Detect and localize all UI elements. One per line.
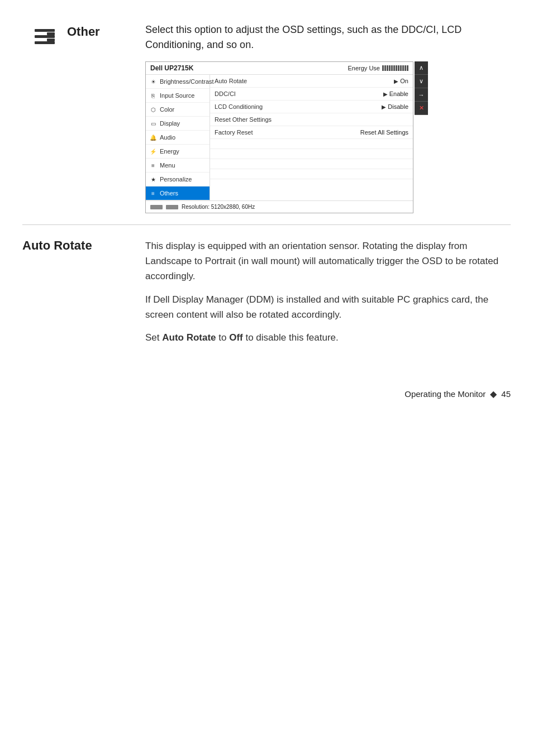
auto-rotate-content: This display is equipped with an orienta… [145, 238, 511, 353]
svg-rect-0 [35, 29, 55, 32]
bold-auto-rotate: Auto Rotate [162, 332, 216, 343]
other-content: Select this option to adjust the OSD set… [145, 22, 511, 213]
menu-personalize-label: Personalize [160, 176, 192, 183]
row-label-factory: Factory Reset [215, 129, 360, 136]
row-value-ddcci: ▶ Enable [383, 90, 408, 97]
row-value-factory: Reset All Settings [360, 129, 408, 136]
display-icon: ▭ [149, 119, 157, 127]
menu-input-label: Input Source [160, 92, 194, 99]
menu-brightness-label: Brightness/Contrast [160, 78, 214, 85]
osd-sidebar: ☀ Brightness/Contrast ⎘ Input Source ⬡ C… [146, 75, 210, 200]
btn-bar-1 [150, 205, 163, 209]
btn-bar-2 [166, 205, 178, 209]
arrow-icon-3: ▶ [382, 104, 386, 110]
osd-main: Auto Rotate ▶ On DDC/CI ▶ Enable [210, 75, 413, 200]
osd-row-empty4 [210, 169, 413, 179]
color-icon: ⬡ [149, 106, 157, 113]
osd-row-empty3 [210, 159, 413, 169]
page-footer: Operating the Monitor ◆ 45 [22, 389, 511, 399]
row-value-autorotate: ▶ On [394, 78, 408, 84]
osd-menu-input[interactable]: ⎘ Input Source [146, 89, 210, 103]
brightness-icon: ☀ [149, 78, 157, 85]
row-value-lcd: ▶ Disable [382, 103, 408, 110]
menu-energy-label: Energy [160, 148, 179, 155]
osd-header: Dell UP2715K Energy Use [146, 62, 413, 75]
auto-rotate-section: Auto Rotate This display is equipped wit… [22, 225, 511, 366]
osd-body: ☀ Brightness/Contrast ⎘ Input Source ⬡ C… [146, 75, 413, 200]
menu-audio-label: Audio [160, 134, 175, 141]
nav-up-button[interactable]: ∧ [415, 61, 428, 75]
svg-rect-1 [35, 35, 55, 38]
resolution-label: Resolution: 5120x2880, 60Hz [182, 204, 255, 210]
row-label-reset-other: Reset Other Settings [215, 116, 408, 123]
osd-row-empty2 [210, 149, 413, 159]
svg-rect-2 [35, 41, 55, 44]
osd-row-factory: Factory Reset Reset All Settings [210, 126, 413, 139]
energy-icon: ⚡ [149, 147, 157, 155]
arrow-icon-2: ▶ [383, 91, 388, 97]
arrow-icon: ▶ [394, 78, 398, 84]
other-label: Other [67, 22, 145, 39]
others-icon: ≡ [149, 189, 157, 197]
osd-row-lcd: LCD Conditioning ▶ Disable [210, 101, 413, 113]
other-description: Select this option to adjust the OSD set… [145, 22, 511, 52]
energy-bar [382, 65, 408, 71]
energy-bar-container: Energy Use [348, 65, 408, 71]
osd-menu-energy[interactable]: ⚡ Energy [146, 145, 210, 159]
menu-others-label: Others [160, 190, 178, 197]
osd-display: Dell UP2715K Energy Use [145, 61, 413, 213]
menu-color-label: Color [160, 106, 174, 113]
page-number: 45 [501, 389, 511, 399]
menu-icon: ≡ [149, 161, 157, 169]
diamond-icon: ◆ [490, 389, 497, 399]
nav-right-button[interactable]: → [415, 88, 428, 102]
row-label-ddcci: DDC/CI [215, 90, 383, 97]
osd-menu-menu[interactable]: ≡ Menu [146, 159, 210, 173]
personalize-icon: ★ [149, 175, 157, 183]
audio-icon: 🔔 [149, 133, 157, 141]
row-label-lcd: LCD Conditioning [215, 103, 382, 110]
energy-label: Energy Use [348, 65, 380, 71]
input-icon: ⎘ [149, 92, 157, 99]
svg-rect-3 [47, 32, 55, 35]
footer-label: Operating the Monitor [404, 389, 486, 399]
osd-footer: Resolution: 5120x2880, 60Hz [146, 200, 413, 213]
osd-nav: ∧ ∨ → ✕ [415, 61, 428, 115]
osd-row-autorotate: Auto Rotate ▶ On [210, 75, 413, 88]
auto-rotate-para1: This display is equipped with an orienta… [145, 238, 511, 284]
auto-rotate-para2: If Dell Display Manager (DDM) is install… [145, 292, 511, 322]
nav-down-button[interactable]: ∨ [415, 75, 428, 88]
menu-menu-label: Menu [160, 162, 175, 169]
osd-menu-color[interactable]: ⬡ Color [146, 103, 210, 117]
auto-rotate-para3: Set Auto Rotate to Off to disable this f… [145, 330, 511, 345]
osd-row-reset-other: Reset Other Settings [210, 113, 413, 126]
osd-row-ddcci: DDC/CI ▶ Enable [210, 88, 413, 101]
osd-menu-display[interactable]: ▭ Display [146, 117, 210, 131]
row-label-autorotate: Auto Rotate [215, 78, 394, 84]
other-icon [22, 22, 67, 49]
osd-menu-personalize[interactable]: ★ Personalize [146, 173, 210, 186]
osd-menu-audio[interactable]: 🔔 Audio [146, 131, 210, 145]
osd-menu-others[interactable]: ≡ Others [146, 186, 210, 200]
nav-close-button[interactable]: ✕ [415, 102, 428, 115]
osd-row-empty1 [210, 139, 413, 149]
menu-display-label: Display [160, 120, 180, 127]
osd-menu-brightness[interactable]: ☀ Brightness/Contrast [146, 75, 210, 89]
osd-title: Dell UP2715K [150, 64, 193, 72]
auto-rotate-label: Auto Rotate [22, 238, 145, 253]
osd-wrapper: Dell UP2715K Energy Use [145, 61, 413, 213]
other-section: Other Select this option to adjust the O… [22, 11, 511, 225]
bold-off: Off [229, 332, 243, 343]
svg-rect-4 [47, 39, 55, 41]
